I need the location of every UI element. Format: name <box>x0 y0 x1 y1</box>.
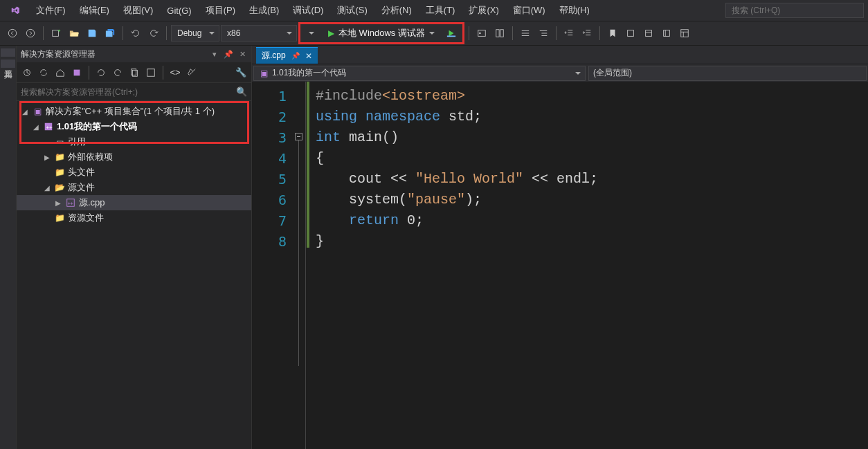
svg-rect-13 <box>74 69 80 75</box>
outdent-button[interactable] <box>561 25 577 42</box>
bookmark-button[interactable] <box>604 25 621 42</box>
references-node[interactable]: ▶ ▭ 引用 <box>17 134 251 149</box>
solution-tree[interactable]: ◢ ▣ 解决方案"C++ 项目集合"(1 个项目/共 1 个) ◢ ++ 1.0… <box>17 101 251 228</box>
tree-wrapper: ◢ ▣ 解决方案"C++ 项目集合"(1 个项目/共 1 个) ◢ ++ 1.0… <box>17 101 251 228</box>
external-deps-node[interactable]: ▶ 📁 外部依赖项 <box>17 149 251 165</box>
refresh-icon[interactable] <box>143 65 159 80</box>
nav-fwd-button[interactable] <box>22 25 39 42</box>
code-area[interactable]: 1 2 3 4 5 6 7 8 #include<iostream> using… <box>252 82 868 449</box>
resources-node[interactable]: ▶ 📁 资源文件 <box>17 210 251 226</box>
menu-file[interactable]: 文件(F) <box>29 1 73 19</box>
files-icon[interactable] <box>127 65 142 80</box>
debug-target-button[interactable] <box>443 25 460 42</box>
panel-titlebar: 解决方案资源管理器 ▾ 📌 ✕ <box>17 46 251 62</box>
solution-label: 解决方案"C++ 项目集合"(1 个项目/共 1 个) <box>46 105 215 118</box>
indent-button[interactable] <box>579 25 595 42</box>
nav-project-combo[interactable]: ▣ 1.01我的第一个代码 <box>253 66 586 81</box>
menu-help[interactable]: 帮助(H) <box>552 1 597 19</box>
expand-icon[interactable]: ▶ <box>54 199 62 207</box>
wrench-icon[interactable]: 🔧 <box>233 65 248 80</box>
save-button[interactable] <box>84 25 100 42</box>
sync-icon[interactable] <box>36 65 51 80</box>
ln: 6 <box>252 190 287 210</box>
nav-scope-combo[interactable]: (全局范围) <box>588 66 867 81</box>
menu-edit[interactable]: 编辑(E) <box>73 1 116 19</box>
menu-view[interactable]: 视图(V) <box>116 1 160 19</box>
menu-git[interactable]: Git(G) <box>160 3 198 19</box>
code-icon[interactable]: <> <box>168 65 183 80</box>
start-debug-button[interactable]: ▶ 本地 Windows 调试器 <box>321 24 442 42</box>
menu-debug[interactable]: 调试(D) <box>286 1 330 19</box>
chevron-down-icon[interactable]: ▾ <box>210 50 219 59</box>
nav-scope-label: (全局范围) <box>593 67 632 79</box>
well-server-explorer[interactable]: 服务器资源管理器 <box>1 48 15 57</box>
solution-search-input[interactable] <box>21 87 232 97</box>
ln: 2 <box>252 107 287 127</box>
menu-project[interactable]: 项目(P) <box>199 1 242 19</box>
scope-icon[interactable] <box>69 65 84 80</box>
show-all-icon[interactable] <box>110 65 125 80</box>
source-file-node[interactable]: ▶ ++ 源.cpp <box>17 195 251 210</box>
tb-btn-1[interactable] <box>473 25 490 42</box>
main-toolbar: Debug x86 ▶ 本地 Windows 调试器 <box>0 21 868 46</box>
nav-back-button[interactable] <box>4 25 21 42</box>
svg-rect-8 <box>628 30 634 37</box>
start-debug-label: 本地 Windows 调试器 <box>338 27 425 39</box>
svg-rect-16 <box>147 68 155 76</box>
tb-btn-8[interactable] <box>676 25 693 42</box>
menu-build[interactable]: 生成(B) <box>242 1 286 19</box>
expand-icon[interactable]: ▶ <box>43 154 51 161</box>
ln: 5 <box>252 169 287 190</box>
well-toolbox[interactable]: 工具箱 <box>1 59 15 68</box>
global-search-input[interactable] <box>725 3 864 18</box>
home2-icon[interactable] <box>53 65 68 80</box>
properties-icon[interactable] <box>184 65 199 80</box>
undo-button[interactable] <box>127 25 144 42</box>
collapse-icon[interactable] <box>93 65 109 80</box>
separator <box>469 26 469 40</box>
project-node[interactable]: ◢ ++ 1.01我的第一个代码 <box>17 119 251 134</box>
menu-analyze[interactable]: 分析(N) <box>374 1 419 19</box>
headers-node[interactable]: ▶ 📁 头文件 <box>17 165 251 180</box>
code-text[interactable]: #include<iostream> using namespace std; … <box>310 82 868 449</box>
menu-window[interactable]: 窗口(W) <box>506 1 552 19</box>
config-combo[interactable]: Debug <box>171 25 219 42</box>
save-all-button[interactable] <box>102 25 118 42</box>
tb-btn-7[interactable] <box>658 25 675 42</box>
menu-tools[interactable]: 工具(T) <box>419 1 462 19</box>
close-icon[interactable]: ✕ <box>305 51 312 61</box>
open-file-button[interactable] <box>66 25 82 42</box>
menu-test[interactable]: 测试(S) <box>330 1 374 19</box>
panel-search: 🔍 <box>17 83 251 101</box>
source-folder-node[interactable]: ◢ 📂 源文件 <box>17 180 251 195</box>
platform-combo[interactable]: x86 <box>221 25 297 42</box>
new-project-button[interactable] <box>48 25 64 42</box>
project-icon: ++ <box>43 121 54 132</box>
redo-button[interactable] <box>145 25 162 42</box>
tb-btn-3[interactable] <box>517 25 534 42</box>
expand-icon[interactable]: ◢ <box>21 108 29 116</box>
fold-minus-icon[interactable] <box>295 133 302 140</box>
svg-rect-11 <box>681 30 689 37</box>
file-tab[interactable]: 源.cpp 📌 ✕ <box>256 47 318 64</box>
solution-explorer-panel: 解决方案资源管理器 ▾ 📌 ✕ <> 🔧 🔍 <box>17 46 252 449</box>
empty-dropdown[interactable] <box>303 25 320 42</box>
solution-node[interactable]: ◢ ▣ 解决方案"C++ 项目集合"(1 个项目/共 1 个) <box>17 104 251 119</box>
ln: 8 <box>252 231 287 252</box>
home-icon[interactable] <box>19 65 35 80</box>
tb-btn-4[interactable] <box>535 25 552 42</box>
tb-btn-6[interactable] <box>640 25 657 42</box>
search-icon[interactable]: 🔍 <box>236 86 247 97</box>
folder-open-icon: 📂 <box>54 182 65 193</box>
menu-extensions[interactable]: 扩展(X) <box>462 1 505 19</box>
pin-icon[interactable]: 📌 <box>291 52 300 59</box>
tb-btn-2[interactable] <box>491 25 508 42</box>
close-icon[interactable]: ✕ <box>237 50 247 59</box>
tb-btn-5[interactable] <box>622 25 639 42</box>
separator <box>163 66 163 80</box>
outline-margin[interactable] <box>293 82 306 449</box>
line-gutter: 1 2 3 4 5 6 7 8 <box>252 82 293 449</box>
expand-icon[interactable]: ◢ <box>32 123 40 131</box>
pin-icon[interactable]: 📌 <box>224 50 233 59</box>
expand-icon[interactable]: ◢ <box>43 184 51 192</box>
